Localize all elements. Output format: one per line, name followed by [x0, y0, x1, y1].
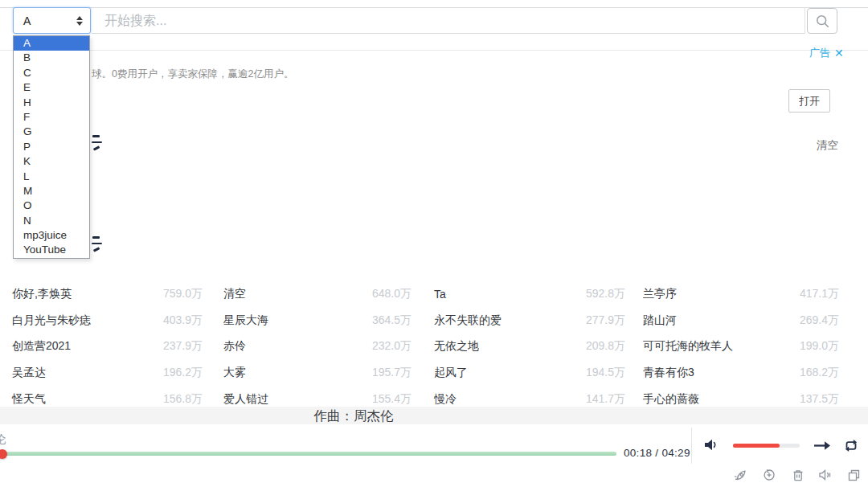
dropdown-option[interactable]: F	[14, 110, 89, 125]
song-play-count: 155.4万	[372, 392, 411, 407]
progress-knob[interactable]	[0, 449, 7, 459]
song-title[interactable]: 怪天气	[12, 392, 46, 407]
song-title[interactable]: Ta	[434, 288, 446, 301]
sound-button[interactable]	[819, 469, 833, 481]
repeat-mode-button[interactable]	[844, 439, 858, 452]
song-play-count: 403.9万	[163, 313, 203, 328]
next-track-button[interactable]	[813, 440, 831, 451]
hidden-heading-fragment	[92, 236, 104, 251]
song-title[interactable]: 创造营2021	[12, 339, 71, 354]
song-row[interactable]: 无依之地 209.8万	[434, 334, 625, 360]
next-arrow-icon	[813, 440, 831, 451]
song-title[interactable]: 星辰大海	[223, 313, 268, 328]
dropdown-option[interactable]: H	[14, 96, 89, 110]
song-play-count: 364.5万	[372, 313, 411, 328]
search-button[interactable]	[807, 8, 837, 34]
song-row[interactable]: 星辰大海 364.5万	[223, 308, 411, 334]
magnifier-icon	[816, 14, 829, 28]
dropdown-option[interactable]: A	[14, 36, 89, 51]
progress-bar[interactable]	[0, 452, 616, 456]
mini-window-button[interactable]	[848, 469, 860, 481]
dropdown-option[interactable]: mp3juice	[14, 228, 89, 243]
lyric-bar: 作曲：周杰伦	[0, 407, 868, 424]
volume-speaker-icon	[704, 439, 720, 451]
song-title[interactable]: 起风了	[434, 366, 468, 380]
song-play-count: 648.0万	[372, 287, 411, 301]
song-title[interactable]: 无依之地	[434, 339, 479, 354]
dropdown-option[interactable]: YouTube	[14, 243, 89, 257]
song-title[interactable]: 爱人错过	[223, 392, 268, 407]
ad-flag: 广告 ✕	[809, 46, 844, 60]
song-title[interactable]: 手心的蔷薇	[643, 392, 699, 407]
song-title[interactable]: 吴孟达	[12, 366, 46, 380]
song-play-count: 156.8万	[163, 392, 203, 407]
dropdown-option[interactable]: K	[14, 154, 89, 169]
mute-button[interactable]	[704, 439, 720, 451]
song-play-count: 277.9万	[586, 313, 625, 328]
song-row[interactable]: 兰亭序 417.1万	[643, 281, 839, 308]
song-play-count: 269.4万	[800, 313, 839, 328]
song-play-count: 417.1万	[800, 287, 839, 301]
volume-fill	[733, 444, 780, 448]
dropdown-option[interactable]: O	[14, 199, 89, 213]
dropdown-option[interactable]: C	[14, 66, 89, 80]
dropdown-option[interactable]: E	[14, 80, 89, 95]
song-title[interactable]: 永不失联的爱	[434, 313, 502, 328]
song-row[interactable]: 踏山河 269.4万	[643, 308, 839, 334]
volume-slider[interactable]	[733, 444, 800, 448]
song-title[interactable]: 赤伶	[223, 339, 246, 354]
song-row[interactable]: 创造营2021 237.9万	[12, 334, 203, 360]
dropdown-option[interactable]: M	[14, 184, 89, 199]
song-row[interactable]: 可可托海的牧羊人 199.0万	[643, 334, 839, 360]
rocket-icon	[734, 469, 747, 481]
song-row[interactable]: 永不失联的爱 277.9万	[434, 308, 625, 334]
song-title[interactable]: 慢冷	[434, 392, 457, 407]
song-row[interactable]: 起风了 194.5万	[434, 360, 625, 387]
timer-plus-icon	[763, 469, 776, 481]
song-title-fragment: 伦	[0, 432, 6, 447]
clear-button[interactable]: 清空	[817, 138, 838, 153]
delete-button[interactable]	[792, 469, 804, 481]
song-row[interactable]: 大雾 195.7万	[223, 360, 411, 387]
song-row[interactable]: 吴孟达 196.2万	[12, 360, 203, 387]
song-row[interactable]: 清空 648.0万	[223, 281, 411, 308]
song-title[interactable]: 白月光与朱砂痣	[12, 313, 91, 328]
section-divider	[0, 50, 868, 51]
song-title[interactable]: 可可托海的牧羊人	[643, 339, 733, 354]
dropdown-option[interactable]: L	[14, 170, 89, 184]
song-title[interactable]: 你好,李焕英	[12, 287, 72, 301]
song-play-count: 194.5万	[586, 366, 625, 380]
boost-button[interactable]	[734, 469, 747, 481]
dropdown-option[interactable]: P	[14, 140, 89, 154]
dropdown-option[interactable]: N	[14, 214, 89, 228]
search-input[interactable]	[92, 7, 805, 34]
song-title[interactable]: 清空	[223, 287, 246, 301]
song-play-count: 759.0万	[163, 287, 203, 301]
hidden-heading-fragment	[92, 135, 104, 149]
search-engine-value: A	[23, 14, 31, 27]
dropdown-option[interactable]: G	[14, 125, 89, 139]
song-title[interactable]: 踏山河	[643, 313, 677, 328]
song-title[interactable]: 大雾	[223, 366, 246, 380]
time-display: 00:18 / 04:29	[624, 447, 690, 459]
song-row[interactable]: 白月光与朱砂痣 403.9万	[12, 308, 203, 334]
song-row[interactable]: 赤伶 232.0万	[223, 334, 411, 360]
song-row[interactable]: Ta 592.8万	[434, 281, 625, 308]
song-play-count: 196.2万	[163, 366, 203, 380]
song-column-3: Ta 592.8万 永不失联的爱 277.9万 无依之地 209.8万 起风了 …	[434, 281, 625, 412]
timer-button[interactable]	[763, 469, 776, 481]
speaker-wave-icon	[819, 469, 833, 481]
song-play-count: 195.7万	[372, 366, 411, 380]
search-engine-select[interactable]: A	[13, 7, 91, 34]
ad-close-icon[interactable]: ✕	[834, 47, 844, 59]
search-engine-dropdown: ABCEHFGPKLMONmp3juiceYouTube	[13, 35, 90, 259]
song-title[interactable]: 兰亭序	[643, 287, 677, 301]
select-stepper-icon	[76, 16, 83, 26]
song-play-count: 592.8万	[586, 287, 625, 301]
song-row[interactable]: 你好,李焕英 759.0万	[12, 281, 203, 308]
song-row[interactable]: 青春有你3 168.2万	[643, 360, 839, 387]
dropdown-option[interactable]: B	[14, 51, 89, 65]
song-play-count: 137.5万	[800, 392, 839, 407]
song-title[interactable]: 青春有你3	[643, 366, 694, 380]
ad-open-button[interactable]: 打开	[788, 89, 830, 113]
